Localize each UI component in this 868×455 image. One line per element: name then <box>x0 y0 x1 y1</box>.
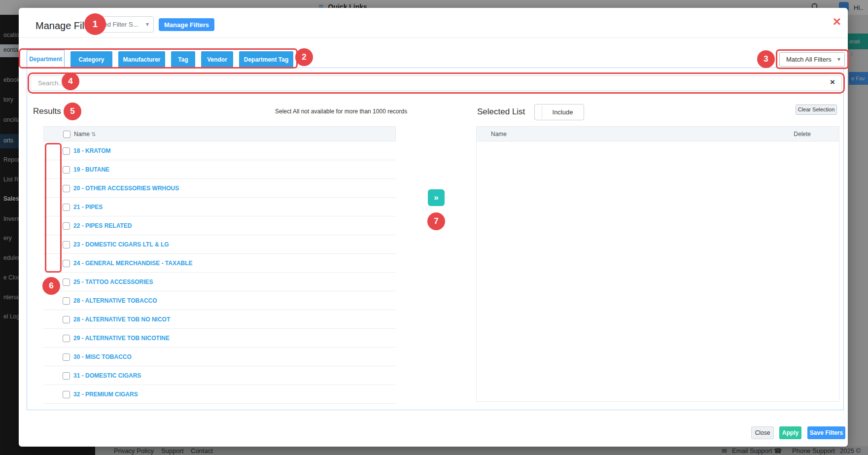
save-filters-button[interactable]: Save Filters <box>807 426 845 439</box>
row-link[interactable]: 21 - PIPES <box>73 204 103 210</box>
modal-header: Manage Filters Saved Filter S... ▾ Manag… <box>19 8 848 38</box>
row-checkbox[interactable] <box>63 353 70 361</box>
row-link[interactable]: 32 - PREMIUM CIGARS <box>73 391 138 398</box>
clear-search-icon[interactable]: × <box>830 77 835 87</box>
row-checkbox[interactable] <box>63 185 70 192</box>
table-row: 29 - ALTERNATIVE TOB NICOTINE <box>43 329 396 348</box>
tab-manufacturer[interactable]: Manufacturer <box>118 51 165 68</box>
tab-category[interactable]: Category <box>70 51 112 68</box>
row-link[interactable]: 20 - OTHER ACCESSORIES WRHOUS <box>73 185 179 192</box>
row-checkbox[interactable] <box>63 241 70 248</box>
apply-button[interactable]: Apply <box>779 426 801 439</box>
annotation-4: 4 <box>62 72 79 90</box>
select-all-limit-note: Select All not available for more than 1… <box>275 108 407 115</box>
include-label: Include <box>542 105 584 120</box>
select-all-checkbox[interactable] <box>63 131 70 138</box>
row-link[interactable]: 28 - ALTERNATIVE TOBACCO <box>73 297 157 304</box>
filter-type-tabs: Department Category Manufacturer Tag Ven… <box>27 50 293 68</box>
row-link[interactable]: 31 - DOMESTIC CIGARS <box>73 372 141 379</box>
results-heading: Results <box>33 106 61 116</box>
row-checkbox[interactable] <box>63 222 70 230</box>
annotation-7: 7 <box>427 212 445 230</box>
row-link[interactable]: 25 - TATTOO ACCESSORIES <box>73 279 153 285</box>
chevron-down-icon: ▾ <box>146 17 149 32</box>
row-checkbox[interactable] <box>63 279 70 286</box>
table-row: 30 - MISC TOBACCO <box>43 348 396 366</box>
manage-filters-modal: Manage Filters Saved Filter S... ▾ Manag… <box>19 8 848 447</box>
table-row: 18 - KRATOM <box>43 141 396 160</box>
tab-vendor[interactable]: Vendor <box>201 51 233 68</box>
match-filters-value: Match All Filters <box>786 56 832 63</box>
row-checkbox[interactable] <box>63 391 70 398</box>
selected-name-header: Name <box>491 131 507 138</box>
row-link[interactable]: 28 - ALTERNATIVE TOB NO NICOT <box>73 316 170 323</box>
table-row: 20 - OTHER ACCESSORIES WRHOUS <box>43 179 396 198</box>
manage-filters-button[interactable]: Manage Filters <box>159 18 214 31</box>
row-link[interactable]: 19 - BUTANE <box>73 166 109 173</box>
row-checkbox[interactable] <box>63 147 70 155</box>
row-checkbox[interactable] <box>63 166 70 174</box>
row-link[interactable]: 18 - KRATOM <box>73 147 111 154</box>
table-row: 25 - TATTOO ACCESSORIES <box>43 273 396 291</box>
close-button[interactable]: Close <box>751 426 774 439</box>
include-toggle-button[interactable]: Include <box>534 104 584 120</box>
screen: ≡ Quick Links Hi.. ontrol Center ocation… <box>0 0 868 455</box>
chevron-down-icon: ▾ <box>837 53 840 66</box>
row-link[interactable]: 30 - MISC TOBACCO <box>73 353 132 360</box>
selected-list-table: Name Delete <box>476 126 839 141</box>
match-filters-dropdown[interactable]: Match All Filters ▾ <box>779 52 845 67</box>
table-row: 23 - DOMESTIC CIGARS LTL & LG <box>43 235 396 254</box>
table-row: 19 - BUTANE <box>43 160 396 179</box>
annotation-1: 1 <box>84 13 106 35</box>
table-row: 31 - DOMESTIC CIGARS <box>43 366 396 385</box>
row-link[interactable]: 23 - DOMESTIC CIGARS LTL & LG <box>73 241 169 248</box>
results-table-header: Name⇅ <box>43 126 396 141</box>
annotation-5: 5 <box>64 103 81 120</box>
table-row: 32 - PREMIUM CIGARS <box>43 385 396 404</box>
table-row: 21 - PIPES <box>43 198 396 216</box>
table-row: 28 - ALTERNATIVE TOBACCO <box>43 291 396 310</box>
row-checkbox[interactable] <box>63 316 70 323</box>
results-table: Name⇅ 18 - KRATOM 19 - BUTANE 20 - OTHER… <box>43 126 396 141</box>
double-chevron-right-icon: » <box>434 193 438 202</box>
row-link[interactable]: 29 - ALTERNATIVE TOB NICOTINE <box>73 335 170 342</box>
tab-department-tag[interactable]: Department Tag <box>239 51 293 68</box>
move-to-selected-button[interactable]: » <box>428 189 445 206</box>
annotation-3: 3 <box>757 50 775 68</box>
selected-list-heading: Selected List <box>477 107 525 117</box>
row-checkbox[interactable] <box>63 335 70 342</box>
search-input[interactable] <box>31 75 842 91</box>
row-checkbox[interactable] <box>63 204 70 211</box>
table-row: 28 - ALTERNATIVE TOB NO NICOT <box>43 310 396 329</box>
annotation-2: 2 <box>295 48 313 66</box>
annotation-6: 6 <box>42 277 60 295</box>
row-checkbox[interactable] <box>63 372 70 380</box>
selected-table-body <box>476 141 839 402</box>
table-row: 22 - PIPES RELATED <box>43 216 396 235</box>
results-name-header[interactable]: Name⇅ <box>74 131 96 138</box>
row-link[interactable]: 22 - PIPES RELATED <box>73 222 132 229</box>
tab-tag[interactable]: Tag <box>171 51 195 68</box>
selected-delete-header: Delete <box>794 131 811 138</box>
row-checkbox[interactable] <box>63 260 70 267</box>
sort-icon: ⇅ <box>91 131 96 137</box>
clear-selection-button[interactable]: Clear Selection <box>796 105 837 115</box>
table-row: 24 - GENERAL MERCHANDISE - TAXABLE <box>43 254 396 273</box>
tab-department[interactable]: Department <box>27 50 65 68</box>
row-checkbox[interactable] <box>63 297 70 305</box>
row-link[interactable]: 24 - GENERAL MERCHANDISE - TAXABLE <box>73 260 193 267</box>
close-icon[interactable]: × <box>833 15 841 29</box>
selected-table-header: Name Delete <box>476 126 839 141</box>
